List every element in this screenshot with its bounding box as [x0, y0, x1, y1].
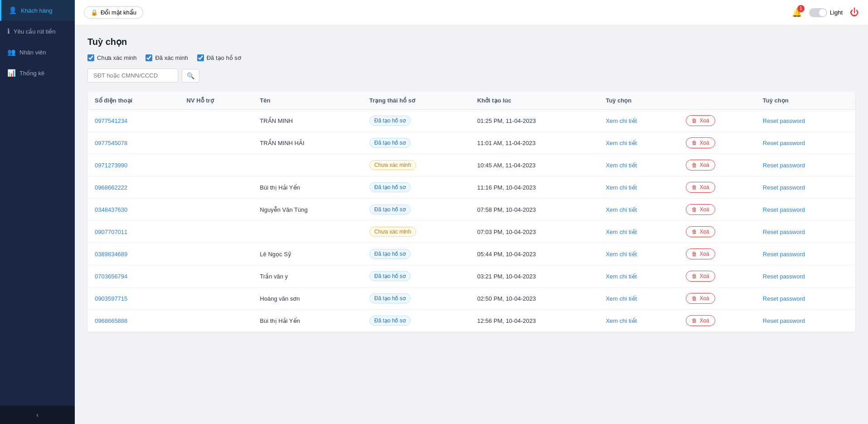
reset-pw-cell: Reset password — [756, 199, 855, 221]
phone-link[interactable]: 0971273990 — [95, 162, 127, 169]
phone-cell: 0903597715 — [87, 288, 179, 310]
nv-cell — [179, 176, 253, 199]
reset-password-link[interactable]: Reset password — [763, 117, 805, 124]
delete-button[interactable]: 🗑 Xoá — [686, 204, 715, 215]
time-cell: 01:25 PM, 11-04-2023 — [470, 110, 599, 132]
sidebar-item-khach-hang[interactable]: 👤 Khách hàng — [0, 0, 75, 21]
phone-link[interactable]: 0968665888 — [95, 317, 127, 324]
reset-password-link[interactable]: Reset password — [763, 317, 805, 324]
view-detail-link[interactable]: Xem chi tiết — [606, 162, 637, 169]
reset-password-link[interactable]: Reset password — [763, 273, 805, 280]
delete-cell: 🗑 Xoá — [679, 110, 755, 132]
filter-da-xac-minh[interactable]: Đã xác minh — [145, 54, 188, 61]
reset-pw-cell: Reset password — [756, 110, 855, 132]
lock-icon: 🔒 — [91, 9, 98, 16]
view-detail-link[interactable]: Xem chi tiết — [606, 317, 637, 324]
view-detail-link[interactable]: Xem chi tiết — [606, 140, 637, 146]
phone-cell: 0348437630 — [87, 199, 179, 221]
delete-button[interactable]: 🗑 Xoá — [686, 226, 715, 237]
trash-icon: 🗑 — [692, 317, 697, 324]
table-row: 0903597715 Hoàng văn sơn Đã tạo hồ sơ 02… — [87, 288, 855, 310]
delete-button[interactable]: 🗑 Xoá — [686, 115, 715, 126]
search-icon: 🔍 — [187, 72, 194, 79]
phone-link[interactable]: 0703656794 — [95, 273, 127, 280]
change-password-button[interactable]: 🔒 Đổi mật khẩu — [84, 6, 143, 19]
table-container: Số điện thoạiNV Hỗ trợTênTrạng thái hồ s… — [87, 92, 855, 332]
status-badge: Đã tạo hồ sơ — [369, 116, 411, 126]
filter-label-da-xac-minh: Đã xác minh — [155, 54, 188, 61]
notification-button[interactable]: 🔔 1 — [792, 8, 802, 18]
view-detail-link[interactable]: Xem chi tiết — [606, 251, 637, 258]
status-badge: Đã tạo hồ sơ — [369, 316, 411, 326]
view-detail-link[interactable]: Xem chi tiết — [606, 117, 637, 124]
topbar: 🔒 Đổi mật khẩu 🔔 1 Light ⏻ — [75, 0, 868, 25]
view-detail-link[interactable]: Xem chi tiết — [606, 206, 637, 213]
reset-password-link[interactable]: Reset password — [763, 206, 805, 213]
name-cell: Bùi thị Hải Yến — [252, 176, 362, 199]
delete-button[interactable]: 🗑 Xoá — [686, 137, 715, 148]
delete-button[interactable]: 🗑 Xoá — [686, 160, 715, 171]
nv-cell — [179, 288, 253, 310]
search-input[interactable] — [87, 68, 178, 83]
reset-pw-cell: Reset password — [756, 243, 855, 265]
status-badge: Đã tạo hồ sơ — [369, 138, 411, 148]
filter-checkbox-da-tao-ho-so[interactable] — [197, 54, 204, 61]
table-row: 0971273990 Chưa xác minh 10:45 AM, 11-04… — [87, 154, 855, 176]
delete-cell: 🗑 Xoá — [679, 243, 755, 265]
delete-button[interactable]: 🗑 Xoá — [686, 182, 715, 193]
delete-button[interactable]: 🗑 Xoá — [686, 293, 715, 304]
table-row: 0703656794 Trần văn y Đã tạo hồ sơ 03:21… — [87, 265, 855, 288]
view-detail-link[interactable]: Xem chi tiết — [606, 273, 637, 280]
reset-password-link[interactable]: Reset password — [763, 162, 805, 169]
reset-password-link[interactable]: Reset password — [763, 184, 805, 191]
toggle-switch[interactable] — [809, 8, 827, 17]
view-detail-link[interactable]: Xem chi tiết — [606, 295, 637, 302]
reset-password-link[interactable]: Reset password — [763, 295, 805, 302]
status-cell: Chưa xác minh — [362, 154, 470, 176]
filter-chua-xac-minh[interactable]: Chưa xác minh — [87, 54, 136, 61]
delete-button[interactable]: 🗑 Xoá — [686, 315, 715, 326]
reset-password-link[interactable]: Reset password — [763, 140, 805, 146]
status-cell: Đã tạo hồ sơ — [362, 265, 470, 288]
status-badge: Đã tạo hồ sơ — [369, 271, 411, 281]
phone-link[interactable]: 0907707011 — [95, 229, 127, 235]
reset-password-link[interactable]: Reset password — [763, 251, 805, 258]
filter-checkbox-da-xac-minh[interactable] — [145, 54, 152, 61]
phone-link[interactable]: 0348437630 — [95, 206, 127, 213]
sidebar-item-thong-ke[interactable]: 📊 Thống kê — [0, 63, 75, 83]
view-detail-link[interactable]: Xem chi tiết — [606, 229, 637, 235]
sidebar-collapse-btn[interactable]: ‹ — [0, 406, 75, 424]
table-header-cell: Trạng thái hồ sơ — [362, 92, 470, 110]
filter-checkbox-chua-xac-minh[interactable] — [87, 54, 94, 61]
phone-cell: 0389834689 — [87, 243, 179, 265]
theme-toggle[interactable]: Light — [809, 8, 843, 17]
search-button[interactable]: 🔍 — [182, 69, 199, 83]
power-button[interactable]: ⏻ — [850, 7, 859, 18]
phone-link[interactable]: 0977541234 — [95, 117, 127, 124]
time-cell: 10:45 AM, 11-04-2023 — [470, 154, 599, 176]
table-row: 0977541234 TRẦN MINH Đã tạo hồ sơ 01:25 … — [87, 110, 855, 132]
filter-da-tao-ho-so[interactable]: Đã tạo hồ sơ — [197, 54, 241, 61]
phone-link[interactable]: 0903597715 — [95, 295, 127, 302]
delete-button[interactable]: 🗑 Xoá — [686, 249, 715, 259]
nv-cell — [179, 154, 253, 176]
delete-label: Xoá — [699, 162, 709, 168]
delete-label: Xoá — [699, 184, 709, 190]
trash-icon: 🗑 — [692, 251, 697, 257]
phone-link[interactable]: 0977545078 — [95, 140, 127, 146]
phone-link[interactable]: 0389834689 — [95, 251, 127, 258]
view-detail-link[interactable]: Xem chi tiết — [606, 184, 637, 191]
table-header-cell: Tuỳ chọn — [756, 92, 855, 110]
table-header-cell: NV Hỗ trợ — [179, 92, 253, 110]
table-header-cell: Tuỳ chọn — [598, 92, 679, 110]
sidebar-item-yeu-cau-rut-tien[interactable]: ℹ Yêu cầu rút tiền — [0, 21, 75, 42]
phone-link[interactable]: 0968662222 — [95, 184, 127, 191]
nv-cell — [179, 243, 253, 265]
sidebar-item-nhan-vien[interactable]: 👥 Nhân viên — [0, 42, 75, 63]
sidebar-icon-nhan-vien: 👥 — [7, 48, 16, 56]
reset-password-link[interactable]: Reset password — [763, 229, 805, 235]
delete-button[interactable]: 🗑 Xoá — [686, 271, 715, 282]
trash-icon: 🗑 — [692, 140, 697, 146]
trash-icon: 🗑 — [692, 229, 697, 235]
filter-row: Chưa xác minh Đã xác minh Đã tạo hồ sơ — [87, 54, 855, 61]
